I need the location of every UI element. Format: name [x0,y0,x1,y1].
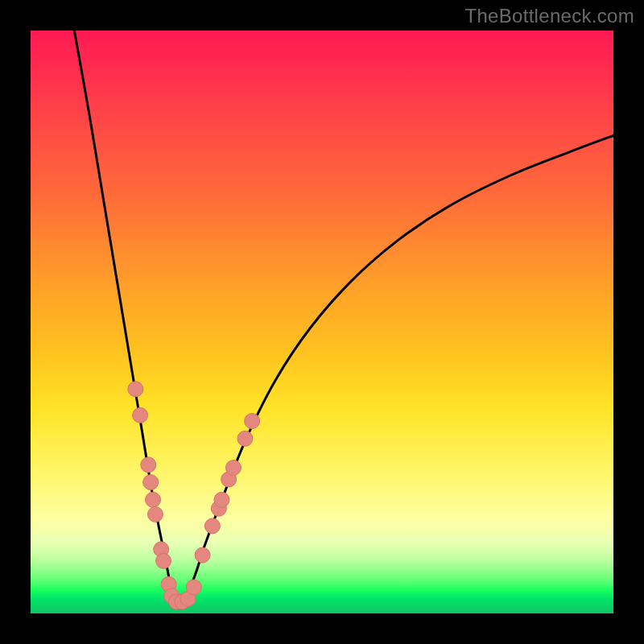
curve-marker [164,588,180,604]
watermark-text: TheBottleneck.com [464,5,634,27]
curve-marker [180,591,196,606]
curve-marker [214,492,229,507]
curve-marker [237,431,253,446]
curve-markers [128,382,260,609]
curve-marker [186,580,201,595]
curve-marker [133,407,148,423]
curve-marker [175,594,190,609]
curve-marker [161,576,176,592]
curve-marker [169,594,184,609]
plot-area [31,31,613,613]
curve-marker [211,501,226,516]
bottleneck-curve [74,31,613,604]
curve-marker [156,553,171,568]
curve-marker [147,506,163,522]
chart-frame: TheBottleneck.com [0,0,644,644]
curve-marker [128,382,143,397]
curve-marker [146,492,161,507]
curve-marker [204,518,220,534]
curve-marker [154,542,169,557]
curve-layer [31,31,613,613]
curve-marker [195,547,210,563]
curve-marker [221,472,237,487]
curve-marker [225,460,241,476]
curve-marker [143,475,159,490]
curve-marker [245,414,260,429]
curve-marker [141,457,156,473]
